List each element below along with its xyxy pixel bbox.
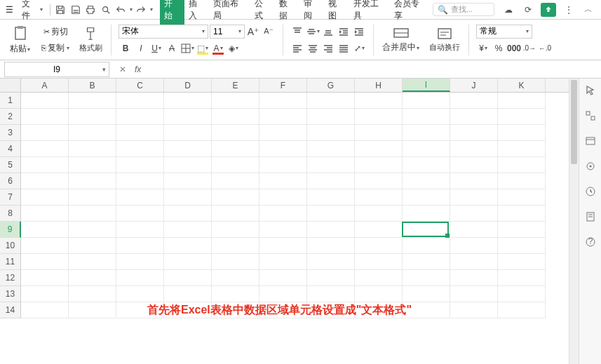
cell[interactable] (450, 205, 498, 222)
help-icon[interactable]: ? (584, 236, 597, 248)
tab-review[interactable]: 审阅 (299, 0, 324, 25)
cell[interactable] (403, 109, 450, 125)
col-header[interactable]: B (69, 79, 116, 92)
cell[interactable] (69, 189, 116, 205)
cell[interactable] (116, 254, 164, 270)
cell[interactable] (116, 189, 164, 205)
cell[interactable] (21, 93, 69, 109)
row-header[interactable]: 1 (0, 93, 21, 109)
cell[interactable] (498, 286, 546, 302)
print-preview-icon[interactable] (99, 3, 113, 17)
cell[interactable] (450, 157, 498, 173)
cell[interactable] (450, 254, 498, 270)
cell[interactable] (116, 222, 164, 238)
cell[interactable] (355, 125, 403, 141)
tab-view[interactable]: 视图 (324, 0, 349, 25)
row-header[interactable]: 10 (0, 238, 21, 254)
cell[interactable] (21, 189, 69, 205)
font-size-select[interactable]: 11▾ (210, 25, 245, 39)
tab-insert[interactable]: 插入 (184, 0, 209, 25)
tab-formulas[interactable]: 公式 (250, 0, 275, 25)
cell[interactable] (21, 238, 69, 254)
cell[interactable] (69, 109, 116, 125)
col-header[interactable]: D (164, 79, 212, 92)
cell[interactable] (164, 93, 212, 109)
strike-button[interactable]: A (165, 41, 179, 55)
selection-pane-icon[interactable] (584, 109, 597, 122)
name-box[interactable]: ▾ (4, 62, 109, 77)
cell[interactable] (212, 302, 259, 318)
cell[interactable] (259, 238, 307, 254)
cell[interactable] (116, 286, 164, 302)
cell[interactable] (355, 286, 403, 302)
cell[interactable] (355, 109, 403, 125)
undo-dropdown[interactable]: ▾ (130, 6, 133, 13)
fx-icon[interactable]: fx (135, 65, 141, 74)
cell[interactable] (69, 157, 116, 173)
cell[interactable] (259, 141, 307, 157)
cell[interactable] (116, 93, 164, 109)
cell[interactable] (212, 238, 259, 254)
cancel-formula-icon[interactable]: ✕ (116, 63, 129, 76)
cell[interactable] (355, 157, 403, 173)
cell[interactable] (21, 286, 69, 302)
cell[interactable] (21, 270, 69, 286)
cell[interactable] (498, 238, 546, 254)
cell[interactable] (164, 286, 212, 302)
align-right-icon[interactable] (321, 41, 335, 55)
align-middle-icon[interactable]: ▾ (306, 25, 320, 39)
cell[interactable] (498, 141, 546, 157)
merge-center-button[interactable]: 合并居中▾ (379, 25, 422, 55)
cell[interactable] (212, 189, 259, 205)
underline-button[interactable]: U▾ (149, 41, 163, 55)
row-header[interactable]: 2 (0, 109, 21, 125)
vertical-scrollbar[interactable] (569, 79, 579, 364)
cell[interactable] (498, 205, 546, 222)
cell[interactable] (21, 302, 69, 318)
cell[interactable] (21, 125, 69, 141)
cell[interactable] (21, 222, 69, 238)
cell[interactable] (355, 189, 403, 205)
cell[interactable] (21, 157, 69, 173)
orientation-icon[interactable]: ⤢▾ (352, 41, 366, 55)
cell[interactable] (498, 302, 546, 318)
col-header[interactable]: C (116, 79, 164, 92)
cell[interactable] (69, 302, 116, 318)
cell[interactable] (403, 286, 450, 302)
justify-icon[interactable] (337, 41, 351, 55)
cell[interactable] (116, 157, 164, 173)
cell[interactable] (69, 254, 116, 270)
search-input[interactable]: 🔍 查找... (433, 3, 494, 16)
cell[interactable] (498, 173, 546, 189)
template-icon[interactable] (584, 210, 597, 223)
redo-icon[interactable] (134, 3, 148, 17)
cell[interactable] (69, 222, 116, 238)
increase-decimal-icon[interactable]: .0→ (522, 41, 536, 55)
cell[interactable] (403, 254, 450, 270)
col-header[interactable]: G (307, 79, 355, 92)
cell[interactable] (69, 125, 116, 141)
cell[interactable] (403, 173, 450, 189)
cell[interactable] (21, 205, 69, 222)
cell[interactable] (307, 93, 355, 109)
col-header[interactable]: H (355, 79, 403, 92)
cell[interactable] (259, 109, 307, 125)
col-header[interactable]: A (21, 79, 69, 92)
cell[interactable] (307, 205, 355, 222)
cell[interactable] (212, 205, 259, 222)
file-menu[interactable]: 文件▾ (18, 0, 47, 23)
cell[interactable] (403, 141, 450, 157)
cell[interactable] (259, 125, 307, 141)
cell[interactable] (307, 173, 355, 189)
cell[interactable] (259, 222, 307, 238)
cell[interactable] (355, 222, 403, 238)
select-all-corner[interactable] (0, 79, 21, 92)
name-box-input[interactable] (22, 65, 92, 74)
cell[interactable] (164, 270, 212, 286)
cloud-icon[interactable]: ☁ (501, 3, 515, 17)
cell[interactable] (69, 93, 116, 109)
cursor-icon[interactable] (584, 84, 597, 97)
cell[interactable] (164, 157, 212, 173)
cell[interactable] (355, 254, 403, 270)
cell[interactable] (355, 302, 403, 318)
